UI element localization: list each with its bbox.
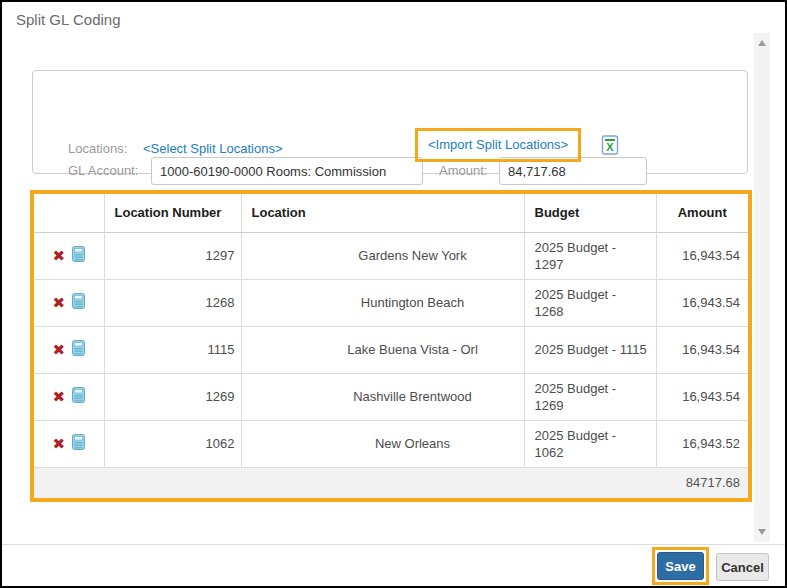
scroll-down-icon[interactable]	[758, 529, 766, 535]
select-split-locations-link[interactable]: <Select Split Locations>	[143, 141, 282, 157]
table-row: ✖ 1062 New Orleans 2025 Budget - 1062 16…	[34, 420, 748, 467]
cell-location: Huntington Beach	[241, 279, 524, 326]
split-locations-table: Location Number Location Budget Amount ✖…	[34, 194, 748, 498]
cell-location: Nashville Brentwood	[241, 373, 524, 420]
cell-location-number: 1268	[104, 279, 241, 326]
cell-location-number: 1062	[104, 420, 241, 467]
import-split-highlight-box: <Import Split Locations>	[415, 128, 581, 162]
cell-location-number: 1269	[104, 373, 241, 420]
save-button[interactable]: Save	[657, 552, 704, 580]
table-total-row: 84717.68	[34, 467, 748, 498]
calculator-icon[interactable]	[72, 293, 85, 312]
svg-text:X: X	[606, 141, 614, 153]
cell-budget: 2025 Budget - 1269	[524, 373, 656, 420]
header-actions	[34, 194, 104, 232]
split-table-highlight-box: Location Number Location Budget Amount ✖…	[30, 190, 752, 502]
calculator-icon[interactable]	[72, 387, 85, 406]
delete-row-icon[interactable]: ✖	[52, 435, 65, 453]
locations-label: Locations:	[68, 141, 127, 157]
table-row: ✖ 1269 Nashville Brentwood 2025 Budget -…	[34, 373, 748, 420]
cell-location: Gardens New York	[241, 232, 524, 279]
cell-location: Lake Buena Vista - Orl	[241, 326, 524, 373]
cell-budget: 2025 Budget - 1062	[524, 420, 656, 467]
cell-amount: 16,943.54	[656, 279, 748, 326]
table-header-row: Location Number Location Budget Amount	[34, 194, 748, 232]
page-title: Split GL Coding	[16, 11, 121, 28]
header-location: Location	[241, 194, 524, 232]
delete-row-icon[interactable]: ✖	[52, 247, 65, 265]
gl-account-input[interactable]	[151, 157, 423, 185]
header-amount: Amount	[656, 194, 748, 232]
gl-account-label: GL Account:	[68, 163, 138, 179]
delete-row-icon[interactable]: ✖	[52, 294, 65, 312]
calculator-icon[interactable]	[72, 434, 85, 453]
cell-budget: 2025 Budget - 1115	[524, 326, 656, 373]
split-gl-coding-dialog: Split GL Coding GL Account: Amount: Loca…	[0, 0, 787, 588]
cell-budget: 2025 Budget - 1297	[524, 232, 656, 279]
cell-budget: 2025 Budget - 1268	[524, 279, 656, 326]
calculator-icon[interactable]	[72, 340, 85, 359]
cell-amount: 16,943.54	[656, 232, 748, 279]
header-location-number: Location Number	[104, 194, 241, 232]
save-highlight-box: Save	[652, 547, 709, 585]
cell-location: New Orleans	[241, 420, 524, 467]
cancel-button[interactable]: Cancel	[716, 553, 769, 581]
cell-amount: 16,943.54	[656, 373, 748, 420]
delete-row-icon[interactable]: ✖	[52, 388, 65, 406]
scroll-up-icon[interactable]	[758, 40, 766, 46]
vertical-scrollbar[interactable]	[754, 33, 770, 542]
delete-row-icon[interactable]: ✖	[52, 341, 65, 359]
cell-amount: 16,943.54	[656, 326, 748, 373]
cell-location-number: 1115	[104, 326, 241, 373]
table-row: ✖ 1297 Gardens New York 2025 Budget - 12…	[34, 232, 748, 279]
amount-label: Amount:	[439, 163, 487, 179]
excel-import-icon[interactable]: X	[601, 135, 620, 155]
calculator-icon[interactable]	[72, 246, 85, 265]
cell-amount: 16,943.52	[656, 420, 748, 467]
gl-form-panel: GL Account: Amount: Locations: <Select S…	[32, 70, 748, 174]
import-split-locations-link[interactable]: <Import Split Locations>	[428, 137, 568, 153]
table-row: ✖ 1268 Huntington Beach 2025 Budget - 12…	[34, 279, 748, 326]
cell-location-number: 1297	[104, 232, 241, 279]
header-budget: Budget	[524, 194, 656, 232]
footer-divider	[2, 544, 785, 545]
table-row: ✖ 1115 Lake Buena Vista - Orl 2025 Budge…	[34, 326, 748, 373]
total-amount: 84717.68	[34, 467, 748, 498]
